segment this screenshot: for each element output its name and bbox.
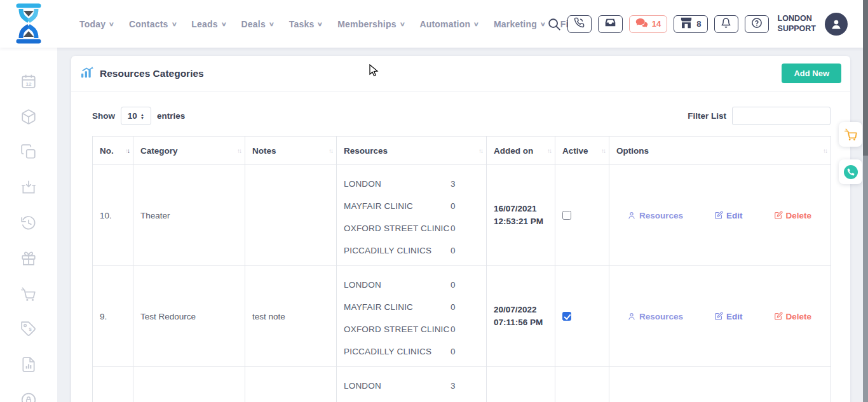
resource-name: OXFORD STREET CLINIC xyxy=(344,224,451,233)
bell-icon xyxy=(721,17,731,31)
cell-no xyxy=(93,367,133,402)
notifications-button[interactable] xyxy=(714,15,738,33)
column-label: Added on xyxy=(494,146,533,156)
menu-item-leads[interactable]: Leads∨ xyxy=(191,19,226,29)
delete-link[interactable]: Delete xyxy=(774,211,812,220)
resources-link[interactable]: Resources xyxy=(627,312,683,321)
sidebar-item-cart[interactable] xyxy=(20,286,37,302)
column-header-active[interactable]: Active↑↓ xyxy=(555,137,609,165)
chevron-down-icon: ∨ xyxy=(220,21,227,27)
resources-link[interactable]: Resources xyxy=(627,211,683,220)
sidebar-item-history[interactable] xyxy=(20,215,37,231)
action-label: Resources xyxy=(639,312,683,321)
floating-call-button[interactable] xyxy=(839,159,862,184)
left-sidebar: 12$ xyxy=(0,48,57,402)
chat-button[interactable]: 14 xyxy=(629,15,667,33)
column-header-addedon[interactable]: Added on↑↓ xyxy=(487,137,555,165)
scrollbar-thumb[interactable] xyxy=(863,0,868,156)
edit-link[interactable]: Edit xyxy=(714,312,743,321)
table-row: LONDON3MAYFAIR CLINIC0 xyxy=(93,367,831,402)
chat-badge: 14 xyxy=(652,19,661,29)
phone-call-button[interactable] xyxy=(567,15,592,33)
sort-arrows-icon: ↑↓ xyxy=(329,147,332,154)
cell-resources: LONDON3MAYFAIR CLINIC0 xyxy=(337,367,487,402)
sidebar-item-lock[interactable] xyxy=(20,392,37,402)
menu-item-automation[interactable]: Automation∨ xyxy=(419,19,478,29)
chevron-down-icon: ∨ xyxy=(399,21,405,27)
resource-count: 3 xyxy=(451,381,456,391)
sort-arrows-icon: ↑↓ xyxy=(125,147,129,154)
resource-name: LONDON xyxy=(344,280,451,290)
inbox-button[interactable] xyxy=(598,15,623,33)
edit-icon xyxy=(774,312,783,321)
main-content: Resources Categories Add New Show 10 ▲▼ … xyxy=(57,48,863,402)
added-time: 12:53:21 PM xyxy=(494,215,548,228)
store-badge: 8 xyxy=(696,19,701,29)
menu-item-tasks[interactable]: Tasks∨ xyxy=(289,19,322,29)
column-header-resources[interactable]: Resources↑↓ xyxy=(337,137,487,165)
menu-item-deals[interactable]: Deals∨ xyxy=(241,19,274,29)
edit-link[interactable]: Edit xyxy=(714,211,743,220)
menu-item-memberships[interactable]: Memberships∨ xyxy=(337,19,404,29)
resource-line: MAYFAIR CLINIC0 xyxy=(344,397,479,402)
show-label: Show xyxy=(92,111,115,121)
column-header-notes[interactable]: Notes↑↓ xyxy=(245,137,337,165)
resource-count: 0 xyxy=(451,201,456,211)
column-label: Options xyxy=(616,146,649,156)
delete-link[interactable]: Delete xyxy=(774,312,812,321)
cell-category: Theater xyxy=(133,165,245,266)
top-nav: Today∨Contacts∨Leads∨Deals∨Tasks∨Members… xyxy=(0,0,863,48)
inbox-icon xyxy=(604,17,616,30)
sidebar-item-copy[interactable] xyxy=(20,144,37,160)
column-header-options[interactable]: Options↑↓ xyxy=(609,137,831,165)
menu-item-label: Contacts xyxy=(129,19,168,29)
resource-count: 0 xyxy=(451,347,456,356)
resources-categories-card: Resources Categories Add New Show 10 ▲▼ … xyxy=(71,56,850,402)
column-header-no[interactable]: No.↑↓ xyxy=(93,137,133,165)
help-icon xyxy=(751,17,763,31)
active-checkbox[interactable] xyxy=(562,312,571,321)
person-icon xyxy=(627,211,636,220)
search-icon[interactable] xyxy=(547,17,561,31)
column-header-category[interactable]: Category↑↓ xyxy=(133,137,245,165)
cell-notes: test note xyxy=(245,266,337,367)
menu-item-contacts[interactable]: Contacts∨ xyxy=(129,19,176,29)
sidebar-item-tag[interactable]: $ xyxy=(20,321,37,337)
menu-item-today[interactable]: Today∨ xyxy=(79,19,114,29)
avatar[interactable] xyxy=(825,13,848,36)
resources-table: No.↑↓Category↑↓Notes↑↓Resources↑↓Added o… xyxy=(92,136,831,402)
sidebar-item-basket[interactable] xyxy=(20,179,37,196)
page-scrollbar xyxy=(863,0,868,402)
store-button[interactable]: 8 xyxy=(674,15,707,33)
sidebar-item-calendar[interactable]: 12 xyxy=(20,73,37,90)
page-size-select[interactable]: 10 ▲▼ xyxy=(121,107,151,125)
svg-text:$: $ xyxy=(29,326,32,332)
action-label: Edit xyxy=(726,211,743,220)
sidebar-item-gift[interactable] xyxy=(20,250,37,267)
help-button[interactable] xyxy=(745,15,769,33)
resource-name: PICCADILLY CLINICS xyxy=(344,347,451,356)
app-logo-hourglass-icon[interactable] xyxy=(14,3,43,44)
menu-item-label: Today xyxy=(79,19,105,29)
add-new-button[interactable]: Add New xyxy=(782,64,841,83)
cell-no: 10. xyxy=(93,165,133,266)
sidebar-item-package[interactable] xyxy=(20,109,37,125)
sidebar-item-report[interactable] xyxy=(20,356,37,373)
resource-line: PICCADILLY CLINICS0 xyxy=(344,340,479,363)
chevron-down-icon: ∨ xyxy=(317,21,323,27)
floating-cart-button[interactable] xyxy=(839,122,862,147)
chevron-down-icon: ∨ xyxy=(171,21,177,27)
active-checkbox[interactable] xyxy=(562,211,571,220)
resource-name: MAYFAIR CLINIC xyxy=(344,201,451,211)
resource-name: OXFORD STREET CLINIC xyxy=(344,325,451,334)
menu-item-marketing[interactable]: Marketing∨ xyxy=(494,19,545,29)
resource-line: OXFORD STREET CLINIC0 xyxy=(344,318,479,340)
resource-count: 0 xyxy=(451,280,456,290)
column-label: Resources xyxy=(344,146,388,156)
cell-notes xyxy=(245,367,337,402)
action-label: Resources xyxy=(639,211,683,220)
filter-input[interactable] xyxy=(732,107,831,125)
sort-arrows-icon: ↑↓ xyxy=(601,147,605,154)
column-label: Category xyxy=(140,146,178,156)
table-row: 10.TheaterLONDON3MAYFAIR CLINIC0OXFORD S… xyxy=(93,165,831,266)
